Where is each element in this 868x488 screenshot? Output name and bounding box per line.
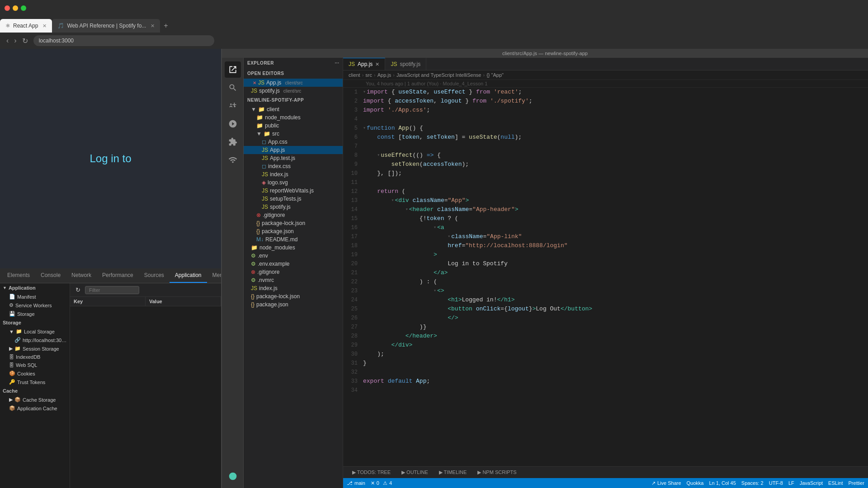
close-appjs-icon[interactable]: ✕: [253, 80, 256, 85]
explorer-menu-icon[interactable]: ⋯: [335, 61, 340, 66]
activity-explorer[interactable]: [225, 61, 241, 78]
code-line-6: const [token, setToken] = useState(null)…: [363, 133, 868, 142]
sidebar-app-cache[interactable]: 📦 Application Cache: [0, 404, 70, 413]
statusbar-encoding[interactable]: UTF-8: [769, 480, 783, 486]
node-modules-root[interactable]: 📁 node_modules: [244, 244, 343, 252]
devtools-tab-application[interactable]: Application: [170, 268, 207, 283]
activity-search[interactable]: [225, 80, 241, 96]
node-modules-folder[interactable]: 📁 node_modules: [244, 113, 343, 122]
tab-close[interactable]: ✕: [42, 23, 47, 29]
setup-tests-icon: JS: [262, 196, 268, 202]
app-test-file[interactable]: JS App.test.js: [244, 154, 343, 162]
statusbar-language[interactable]: JavaScript: [800, 480, 823, 486]
timeline-tab[interactable]: ▶ TIMELINE: [434, 467, 472, 478]
code-line-33: export default App;: [363, 377, 868, 386]
app-css-file[interactable]: ◻ App.css: [244, 138, 343, 146]
sidebar-cache-storage[interactable]: ▶ 📦 Cache Storage: [0, 395, 70, 404]
statusbar-branch[interactable]: ⎇ main: [347, 480, 365, 486]
open-editor-spotifyjs[interactable]: JS spotify.js client/src: [244, 87, 343, 95]
statusbar-line-ending[interactable]: LF: [788, 480, 794, 486]
browser-tab-spotify[interactable]: 🎵 Web API Reference | Spotify fo... ✕: [52, 19, 160, 33]
activity-debug[interactable]: [225, 116, 241, 132]
maximize-button[interactable]: [21, 5, 26, 11]
project-header[interactable]: NEWLINE-SPOTIFY-APP: [244, 95, 343, 105]
statusbar-spaces[interactable]: Spaces: 2: [741, 480, 764, 486]
sidebar-trust-tokens[interactable]: 🔑 Trust Tokens: [0, 378, 70, 386]
reload-button[interactable]: ↻: [20, 36, 30, 46]
outline-tab[interactable]: ▶ OUTLINE: [396, 467, 434, 478]
sidebar-local-storage[interactable]: ▼ 📁 Local Storage: [0, 327, 70, 336]
logo-svg-file[interactable]: ◈ logo.svg: [244, 178, 343, 187]
statusbar-eslint[interactable]: ESLint: [828, 480, 843, 486]
sidebar-cookies[interactable]: 🍪 Cookies: [0, 369, 70, 378]
vscode-tab-appjs[interactable]: JS App.js ✕: [343, 58, 385, 70]
ln-6: 6: [343, 133, 358, 142]
env-file[interactable]: ⚙ .env: [244, 252, 343, 260]
sidebar-web-sql[interactable]: 🗄 Web SQL: [0, 361, 70, 369]
index-js-root[interactable]: JS index.js: [244, 284, 343, 292]
log-in-link[interactable]: Log in to: [90, 152, 131, 165]
open-editor-appjs[interactable]: ✕ JS App.js client/src: [244, 79, 343, 87]
package-json-root[interactable]: {} package.json: [244, 300, 343, 309]
npm-scripts-tab[interactable]: ▶ NPM SCRIPTS: [472, 467, 522, 478]
todos-tab[interactable]: ▶ TODOS: TREE: [347, 467, 396, 478]
package-lock-root[interactable]: {} package-lock.json: [244, 292, 343, 300]
appjs-tab-close[interactable]: ✕: [375, 61, 379, 67]
devtools-tab-sources[interactable]: Sources: [139, 268, 170, 283]
open-editors-header[interactable]: OPEN EDITORS: [244, 68, 343, 79]
minimize-button[interactable]: [13, 5, 18, 11]
activity-quokka[interactable]: [225, 468, 241, 484]
new-tab-button[interactable]: +: [160, 19, 171, 33]
gitignore-root[interactable]: ⊗ .gitignore: [244, 268, 343, 276]
bottom-tab-row: ▶ TODOS: TREE ▶ OUTLINE ▶ TIMELINE ▶ NPM…: [343, 467, 868, 478]
devtools-tab-console[interactable]: Console: [35, 268, 66, 283]
sidebar-application-header[interactable]: ▼ Application: [0, 283, 70, 292]
filter-input[interactable]: [85, 286, 139, 294]
browser-tab-react[interactable]: ⚛ React App ✕: [0, 19, 52, 33]
public-folder[interactable]: 📁 public: [244, 122, 343, 130]
spotify-js-file[interactable]: JS spotify.js: [244, 203, 343, 211]
sidebar-manifest[interactable]: 📄 Manifest: [0, 292, 70, 301]
sidebar-session-storage[interactable]: ▶ 📁 Session Storage: [0, 344, 70, 353]
close-button[interactable]: [5, 5, 10, 11]
client-folder[interactable]: ▼ 📁 client: [244, 105, 343, 113]
statusbar-errors[interactable]: ✕ 0 ⚠ 4: [371, 480, 392, 486]
env-example-file[interactable]: ⚙ .env.example: [244, 260, 343, 268]
devtools-tab-memory[interactable]: Memory: [207, 268, 222, 283]
src-folder[interactable]: ▼ 📁 src: [244, 130, 343, 138]
refresh-button[interactable]: ↻: [74, 286, 82, 294]
sidebar-storage[interactable]: 💾 Storage: [0, 310, 70, 318]
statusbar-quokka[interactable]: Quokka: [687, 480, 704, 486]
tab-close[interactable]: ✕: [151, 23, 155, 29]
devtools-tab-elements[interactable]: Elements: [2, 268, 35, 283]
devtools-tab-network[interactable]: Network: [66, 268, 97, 283]
sidebar-service-workers-label: Service Workers: [15, 303, 67, 308]
code-editor[interactable]: 1 2 3 4 5 6 7 8 9 10 11: [343, 88, 868, 466]
activity-extensions[interactable]: [225, 134, 241, 150]
sidebar-service-workers[interactable]: ⚙ Service Workers: [0, 301, 70, 310]
statusbar-live-share[interactable]: ↗ Live Share: [651, 480, 681, 486]
index-js-file[interactable]: JS index.js: [244, 170, 343, 178]
sidebar-localhost[interactable]: 🔗 http://localhost:3000: [0, 336, 70, 344]
gitignore-file-1[interactable]: ⊗ .gitignore: [244, 211, 343, 219]
vscode-tab-spotifyjs[interactable]: JS spotify.js: [385, 58, 426, 70]
forward-button[interactable]: ›: [12, 36, 18, 46]
setup-tests-file[interactable]: JS setupTests.js: [244, 195, 343, 203]
package-lock-file-1[interactable]: {} package-lock.json: [244, 219, 343, 227]
statusbar-position[interactable]: Ln 1, Col 45: [709, 480, 736, 486]
sidebar-indexed-db[interactable]: 🗄 IndexedDB: [0, 353, 70, 361]
error-count: 0: [377, 480, 379, 486]
package-json-file-1[interactable]: {} package.json: [244, 227, 343, 235]
activity-source-control[interactable]: [225, 98, 241, 114]
app-js-file[interactable]: JS App.js: [244, 146, 343, 154]
explorer-header[interactable]: EXPLORER ⋯: [244, 58, 343, 68]
address-bar[interactable]: localhost:3000: [33, 35, 214, 46]
statusbar-prettier[interactable]: Prettier: [849, 480, 864, 486]
nvmrc-file[interactable]: ⚙ .nvmrc: [244, 276, 343, 284]
back-button[interactable]: ‹: [5, 36, 10, 46]
report-webvitals-file[interactable]: JS reportWebVitals.js: [244, 187, 343, 195]
activity-remote[interactable]: [225, 152, 241, 168]
readme-file[interactable]: M↓ README.md: [244, 235, 343, 244]
index-css-file[interactable]: ◻ index.css: [244, 162, 343, 170]
devtools-tab-performance[interactable]: Performance: [97, 268, 139, 283]
